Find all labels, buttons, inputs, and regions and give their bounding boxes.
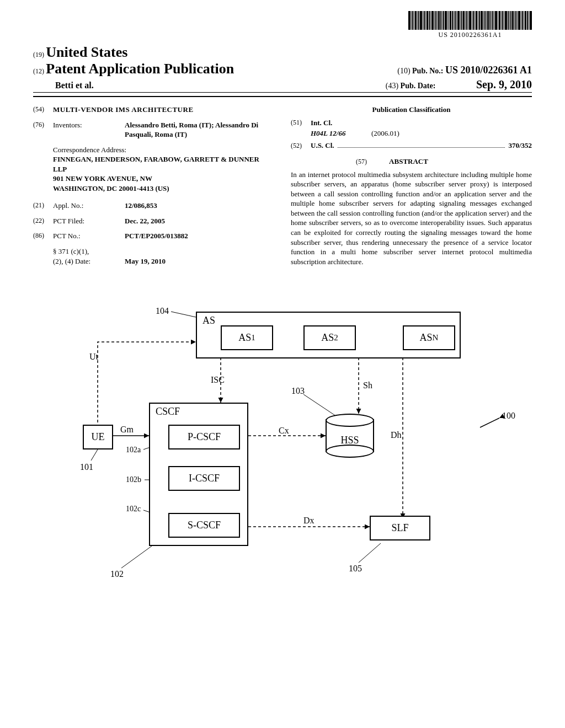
ref-102c: 102c bbox=[126, 505, 141, 513]
author-names: Betti et al. bbox=[33, 81, 94, 90]
ref-105: 105 bbox=[349, 564, 362, 574]
uscl-label: U.S. Cl. bbox=[311, 141, 334, 151]
pctfiled-label: PCT Filed: bbox=[53, 216, 125, 226]
sec371-value: May 19, 2010 bbox=[125, 256, 274, 266]
slf-box: SLF bbox=[370, 516, 430, 540]
cscf-label: CSCF bbox=[156, 406, 180, 417]
asn-box: ASN bbox=[403, 325, 455, 350]
pubdate-label: Pub. Date: bbox=[401, 82, 436, 90]
inventors-label: Inventors: bbox=[53, 120, 125, 140]
appl-label: Appl. No.: bbox=[53, 201, 125, 211]
isc-label: ISC bbox=[211, 375, 225, 385]
sh-label: Sh bbox=[363, 381, 372, 390]
abstract-code: (57) bbox=[356, 157, 367, 166]
invention-title: MULTI-VENDOR IMS ARCHITECTURE bbox=[53, 105, 194, 115]
ref-104: 104 bbox=[156, 306, 169, 316]
appl-code: (21) bbox=[33, 201, 53, 211]
pubdate-code: (43) bbox=[386, 82, 398, 90]
gm-label: Gm bbox=[120, 425, 134, 435]
title-code: (54) bbox=[33, 105, 53, 115]
pubno-label: Pub. No.: bbox=[412, 67, 443, 75]
uscl-code: (52) bbox=[291, 141, 311, 150]
uscl-value: 370/352 bbox=[508, 141, 532, 151]
barcode-text: US 20100226361A1 bbox=[408, 31, 532, 39]
dx-label: Dx bbox=[303, 516, 315, 526]
patent-page: US 20100226361A1 (19) United States (12)… bbox=[0, 0, 565, 728]
barcode-icon bbox=[408, 11, 532, 30]
intcl-label: Int. Cl. bbox=[311, 118, 332, 128]
abstract-body: In an internet protocol multimedia subsy… bbox=[291, 170, 532, 266]
icscf-box: I-CSCF bbox=[168, 466, 240, 491]
figure-diagram: AS AS1 AS2 ASN UE CSCF P-CSCF I-CSCF S-C… bbox=[61, 298, 513, 590]
as2-box: AS2 bbox=[303, 325, 356, 350]
pubno-value: US 2010/0226361 A1 bbox=[445, 65, 532, 76]
ref-100: 100 bbox=[502, 411, 515, 421]
sec371-label: § 371 (c)(1), (2), (4) Date: bbox=[53, 247, 125, 266]
cx-label: Cx bbox=[279, 426, 289, 436]
as-label: AS bbox=[202, 315, 215, 326]
pubno-code: (10) bbox=[397, 67, 410, 75]
pctno-code: (86) bbox=[33, 231, 53, 241]
scscf-box: S-CSCF bbox=[168, 513, 240, 538]
left-column: (54) MULTI-VENDOR IMS ARCHITECTURE (76) … bbox=[33, 105, 274, 271]
intcl-date: (2006.01) bbox=[371, 129, 399, 138]
ref-102b: 102b bbox=[126, 475, 141, 484]
correspondence-label: Correspondence Address: bbox=[53, 145, 274, 155]
ref-102a: 102a bbox=[126, 446, 141, 454]
pubdate-value: Sep. 9, 2010 bbox=[476, 78, 532, 90]
ref-102: 102 bbox=[110, 569, 124, 579]
inventors-code: (76) bbox=[33, 120, 53, 140]
code-12: (12) bbox=[33, 67, 44, 75]
intcl-code: (51) bbox=[291, 118, 311, 128]
ref-101: 101 bbox=[80, 462, 93, 472]
code-19: (19) bbox=[33, 51, 44, 58]
pcscf-box: P-CSCF bbox=[168, 425, 240, 449]
biblio-columns: (54) MULTI-VENDOR IMS ARCHITECTURE (76) … bbox=[33, 105, 532, 271]
pctfiled-value: Dec. 22, 2005 bbox=[125, 216, 274, 226]
correspondence-body: FINNEGAN, HENDERSON, FARABOW, GARRETT & … bbox=[53, 154, 274, 193]
classification-heading: Publication Classification bbox=[291, 105, 532, 115]
right-column: Publication Classification (51) Int. Cl.… bbox=[291, 105, 532, 271]
ut-label: Ut bbox=[89, 352, 98, 362]
publication-title: Patent Application Publication bbox=[46, 61, 234, 77]
hss-label: HSS bbox=[326, 435, 374, 446]
inventors-value: Alessandro Betti, Roma (IT); Alessandro … bbox=[125, 120, 274, 140]
ue-box: UE bbox=[83, 425, 113, 449]
country-name: United States bbox=[46, 44, 127, 60]
dh-label: Dh bbox=[391, 430, 402, 440]
barcode-block: US 20100226361A1 bbox=[408, 11, 532, 39]
header-block: (19) United States (12) Patent Applicati… bbox=[33, 44, 532, 97]
pctno-value: PCT/EP2005/013882 bbox=[125, 231, 274, 241]
pctfiled-code: (22) bbox=[33, 216, 53, 226]
hss-cylinder: HSS bbox=[326, 414, 374, 458]
appl-value: 12/086,853 bbox=[125, 201, 274, 211]
pctno-label: PCT No.: bbox=[53, 231, 125, 241]
abstract-heading: ABSTRACT bbox=[389, 157, 428, 167]
intcl-class: H04L 12/66 bbox=[311, 129, 371, 138]
as1-box: AS1 bbox=[221, 325, 273, 350]
ref-103: 103 bbox=[291, 386, 305, 396]
